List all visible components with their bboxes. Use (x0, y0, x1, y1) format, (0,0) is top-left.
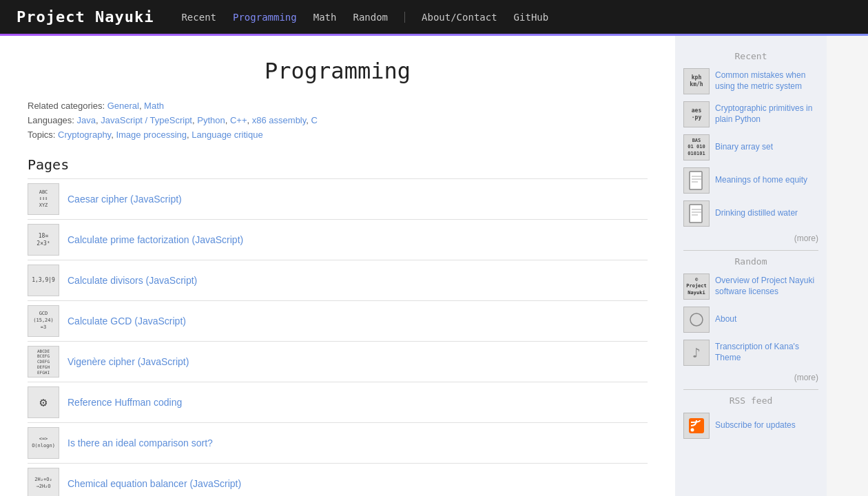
sidebar-thumb-aes: aes·py (683, 101, 710, 127)
topic-crypto[interactable]: Cryptography (58, 130, 111, 140)
list-item: GCD(15,24)=3 Calculate GCD (JavaScript) (28, 300, 648, 341)
link-prime[interactable]: Calculate prime factorization (JavaScrip… (68, 234, 243, 245)
link-huffman[interactable]: Reference Huffman coding (68, 397, 182, 408)
lang-cpp[interactable]: C++ (230, 115, 247, 125)
svg-point-13 (691, 428, 694, 432)
sidebar-item-rss: Subscribe for updates (683, 413, 818, 439)
thumb-chemical: 2H₂+O₂→2H₂O (28, 468, 59, 496)
thumb-caesar: ABC↕↕↕XYZ (28, 183, 59, 215)
thumb-prime: 18=2×3³ (28, 224, 59, 256)
svg-rect-3 (690, 172, 702, 189)
sidebar-item-equity: Meanings of home equity (683, 167, 818, 194)
nav-github[interactable]: GitHub (514, 12, 549, 23)
sidebar-link-binary[interactable]: Binary array set (715, 142, 773, 153)
link-divisors[interactable]: Calculate divisors (JavaScript) (68, 275, 197, 286)
list-item: <=>O(nlogn) Is there an ideal comparison… (28, 422, 648, 463)
sidebar-link-equity[interactable]: Meanings of home equity (715, 175, 807, 186)
sidebar-thumb-kana: ♪ (683, 340, 710, 366)
sidebar-thumb-equity (683, 167, 710, 194)
sidebar-recent-more[interactable]: (more) (683, 234, 818, 243)
list-item: 2H₂+O₂→2H₂O Chemical equation balancer (… (28, 463, 648, 496)
sidebar-link-metric[interactable]: Common mistakes when using the metric sy… (715, 70, 818, 92)
svg-rect-7 (690, 205, 702, 223)
cat-general[interactable]: General (107, 101, 139, 111)
sidebar-item-water: Drinking distilled water (683, 200, 818, 227)
link-chemical[interactable]: Chemical equation balancer (JavaScript) (68, 478, 241, 489)
thumb-vigenere: ABCDEBCEFGCDEFGDEFGHEFGHI (28, 346, 59, 378)
main-wrapper: Programming Related categories: General,… (0, 36, 868, 496)
svg-point-11 (690, 313, 703, 326)
nav-recent[interactable]: Recent (181, 12, 216, 23)
sidebar-divider-1 (683, 250, 818, 251)
sidebar-link-nayuki[interactable]: Overview of Project Nayuki software lice… (715, 276, 818, 297)
thumb-sort: <=>O(nlogn) (28, 427, 59, 459)
nav-separator (404, 12, 405, 23)
topic-image[interactable]: Image processing (116, 130, 187, 140)
topic-lang[interactable]: Language critique (192, 130, 262, 140)
sidebar: Recent kphkm/h Common mistakes when usin… (675, 36, 827, 496)
sidebar-thumb-binary: BAS01 010010101 (683, 134, 710, 161)
sidebar-link-rss[interactable]: Subscribe for updates (715, 420, 796, 431)
link-caesar[interactable]: Caesar cipher (JavaScript) (68, 194, 182, 205)
thumb-huffman: ⚙ (28, 386, 59, 418)
page-list: ABC↕↕↕XYZ Caesar cipher (JavaScript) 18=… (28, 178, 648, 496)
nav-math[interactable]: Math (313, 12, 337, 23)
site-title[interactable]: Project Nayuki (17, 8, 154, 25)
sidebar-item-about: About (683, 307, 818, 333)
sidebar-thumb-rss (683, 413, 710, 439)
nav-programming[interactable]: Programming (233, 12, 297, 23)
sidebar-random-more[interactable]: (more) (683, 373, 818, 382)
sidebar-rss-label: RSS feed (683, 395, 818, 406)
sidebar-thumb-nayuki: ©ProjectNayuki (683, 273, 710, 300)
sidebar-link-about[interactable]: About (715, 314, 736, 325)
sidebar-thumb-about (683, 307, 710, 333)
page-title: Programming (28, 58, 648, 84)
link-sort[interactable]: Is there an ideal comparison sort? (68, 437, 213, 448)
sidebar-item-binary: BAS01 010010101 Binary array set (683, 134, 818, 161)
nav-about[interactable]: About/Contact (422, 12, 497, 23)
pages-heading: Pages (28, 156, 648, 173)
sidebar-divider-2 (683, 389, 818, 390)
list-item: ⚙ Reference Huffman coding (28, 382, 648, 422)
nav-random[interactable]: Random (353, 12, 388, 23)
link-gcd[interactable]: Calculate GCD (JavaScript) (68, 316, 186, 327)
content: Programming Related categories: General,… (0, 36, 675, 496)
lang-c[interactable]: C (311, 115, 318, 125)
lang-java[interactable]: Java (77, 115, 96, 125)
lang-x86[interactable]: x86 assembly (252, 115, 307, 125)
related-categories-line: Related categories: General, Math (28, 101, 648, 111)
sidebar-link-aes[interactable]: Cryptographic primitives in plain Python (715, 103, 818, 125)
sidebar-random-label: Random (683, 256, 818, 267)
sidebar-item-nayuki: ©ProjectNayuki Overview of Project Nayuk… (683, 273, 818, 300)
sidebar-item-kana: ♪ Transcription of Kana's Theme (683, 340, 818, 366)
link-vigenere[interactable]: Vigenère cipher (JavaScript) (68, 356, 189, 367)
list-item: ABC↕↕↕XYZ Caesar cipher (JavaScript) (28, 178, 648, 219)
languages-line: Languages: Java, JavaScript / TypeScript… (28, 115, 648, 125)
sidebar-item-metric: kphkm/h Common mistakes when using the m… (683, 68, 818, 94)
lang-python[interactable]: Python (197, 115, 225, 125)
thumb-divisors: 1,3,9|9 (28, 265, 59, 296)
sidebar-thumb-metric: kphkm/h (683, 68, 710, 94)
list-item: ABCDEBCEFGCDEFGDEFGHEFGHI Vigenère ciphe… (28, 341, 648, 382)
sidebar-link-kana[interactable]: Transcription of Kana's Theme (715, 342, 818, 363)
thumb-gcd: GCD(15,24)=3 (28, 305, 59, 337)
sidebar-thumb-water (683, 200, 710, 227)
cat-math[interactable]: Math (144, 101, 164, 111)
sidebar-link-water[interactable]: Drinking distilled water (715, 208, 798, 219)
nav: Recent Programming Math Random About/Con… (181, 12, 548, 23)
sidebar-item-aes: aes·py Cryptographic primitives in plain… (683, 101, 818, 127)
header: Project Nayuki Recent Programming Math R… (0, 0, 868, 36)
list-item: 18=2×3³ Calculate prime factorization (J… (28, 219, 648, 260)
topics-line: Topics: Cryptography, Image processing, … (28, 130, 648, 140)
lang-js[interactable]: JavaScript / TypeScript (101, 115, 192, 125)
list-item: 1,3,9|9 Calculate divisors (JavaScript) (28, 260, 648, 300)
sidebar-recent-label: Recent (683, 51, 818, 61)
